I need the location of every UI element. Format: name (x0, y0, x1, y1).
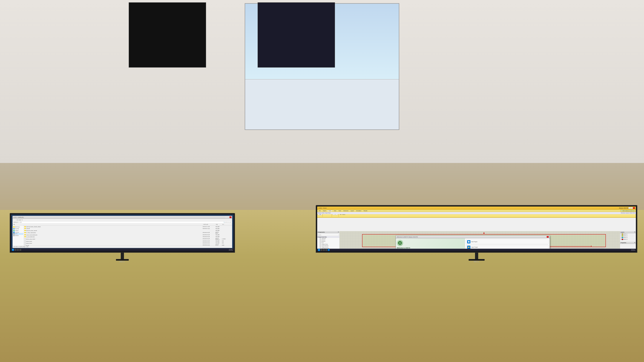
room-background: 내 PC > DATA (D:) ─ □ ✕ ← → ↑ 새로 만들기 ▼ (0, 0, 215, 121)
rear-monitor-left (129, 2, 206, 67)
